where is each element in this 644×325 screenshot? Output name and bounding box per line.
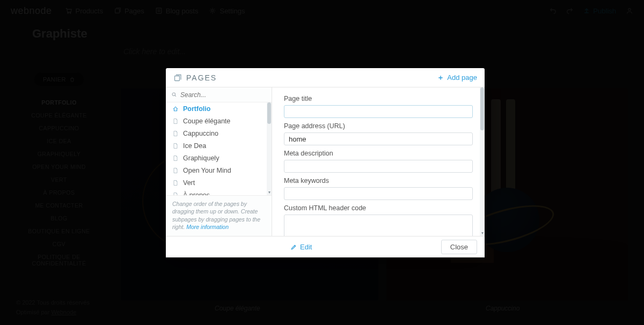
page-search[interactable] [166,87,272,102]
page-icon [172,180,179,186]
meta-description-input[interactable] [284,160,473,173]
page-url-input[interactable] [284,132,473,145]
pages-modal: PAGES Add page PortfolioCoupe éléganteCa… [166,68,485,257]
meta-description-label: Meta description [284,150,473,157]
modal-header: PAGES Add page [166,68,485,87]
page-list-item[interactable]: Open Your Mind [166,164,272,176]
page-list-scrollbar[interactable]: ▾ [267,102,272,195]
svg-point-7 [172,93,175,96]
page-icon [172,155,179,161]
home-icon [172,106,179,112]
edit-link[interactable]: Edit [290,243,312,251]
meta-keywords-label: Meta keywords [284,177,473,184]
modal-right-panel: Page title Page address (URL) Meta descr… [272,87,485,236]
page-list-item-label: Coupe élégante [183,117,230,125]
add-page-button[interactable]: Add page [437,73,477,82]
more-info-link[interactable]: More information [186,224,229,230]
page-icon [172,118,179,124]
page-title-input[interactable] [284,105,473,118]
page-icon [172,130,179,137]
search-icon [171,92,177,98]
reorder-hint: Change order of the pages by dragging th… [166,195,272,236]
page-list-item-label: Portfolio [183,105,210,113]
page-url-label: Page address (URL) [284,122,473,130]
page-icon [172,192,179,196]
form-scrollbar[interactable]: ▾ [480,87,485,236]
page-list-item[interactable]: Portfolio [166,102,272,115]
header-code-input[interactable] [284,215,473,236]
modal-footer: Edit Close [166,236,485,257]
edit-label: Edit [300,243,312,251]
plus-icon [437,75,444,81]
page-icon [172,167,179,174]
chevron-down-icon[interactable]: ▾ [267,190,272,195]
pencil-icon [290,244,297,250]
page-list-item-label: Vert [183,179,195,187]
modal-left-panel: PortfolioCoupe éléganteCappuccinoIce Dea… [166,87,272,236]
page-list: PortfolioCoupe éléganteCappuccinoIce Dea… [166,102,272,195]
modal-title: PAGES [186,73,217,82]
add-page-label: Add page [447,73,477,82]
pages-stack-icon [173,73,182,82]
page-list-item-label: Cappuccino [183,130,218,137]
header-code-label: Custom HTML header code [284,204,473,212]
page-title-label: Page title [284,95,473,102]
page-list-item[interactable]: Graphiquely [166,152,272,164]
page-list-item[interactable]: Vert [166,176,272,189]
page-icon [172,143,179,149]
page-list-item-label: À propos [183,191,210,196]
page-list-item-label: Open Your Mind [183,167,231,174]
page-search-input[interactable] [180,91,266,99]
close-button[interactable]: Close [441,240,477,254]
meta-keywords-input[interactable] [284,187,473,200]
page-list-item[interactable]: Ice Dea [166,139,272,152]
chevron-down-icon[interactable]: ▾ [480,231,485,236]
page-list-item-label: Graphiquely [183,154,219,162]
page-list-item[interactable]: Coupe élégante [166,115,272,127]
page-list-item[interactable]: Cappuccino [166,127,272,139]
page-list-item-label: Ice Dea [183,142,206,150]
page-list-item[interactable]: À propos [166,189,272,195]
svg-rect-6 [175,76,180,80]
